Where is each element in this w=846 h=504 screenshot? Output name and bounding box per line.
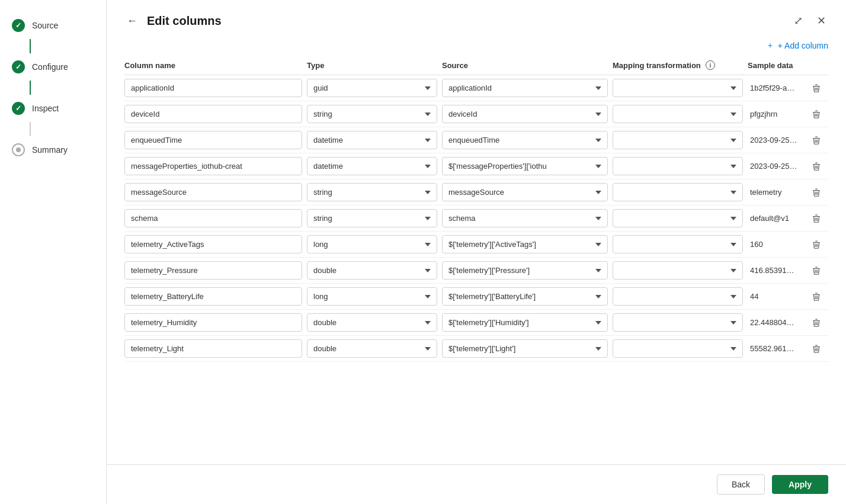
mapping-select[interactable] (613, 105, 743, 123)
sidebar-label-configure: Configure (32, 62, 68, 72)
column-name-input[interactable] (124, 261, 302, 280)
sample-data-cell: 1b2f5f29-a78b-4012-bf31-201... (748, 79, 800, 97)
apply-button[interactable]: Apply (772, 475, 828, 494)
type-select[interactable]: guidstringdatetimelongdoubleintbooleanfl… (307, 313, 437, 332)
sidebar-item-configure[interactable]: ✓ Configure (12, 53, 80, 81)
step-connector-2 (30, 81, 31, 95)
delete-row-button[interactable] (805, 316, 828, 330)
type-select[interactable]: guidstringdatetimelongdoubleintbooleanfl… (307, 157, 437, 175)
col-header-mapping: Mapping transformation i (613, 60, 743, 70)
sidebar-label-inspect: Inspect (32, 104, 59, 113)
expand-icon: ⤢ (794, 14, 803, 27)
column-name-input[interactable] (124, 209, 302, 227)
mapping-select[interactable] (613, 235, 743, 253)
source-select[interactable]: $['telemetry']['ActiveTags'] (442, 235, 608, 253)
table-row: guidstringdatetimelongdoubleintbooleanfl… (124, 310, 828, 336)
source-select[interactable]: enqueuedTime (442, 131, 608, 149)
source-select[interactable]: deviceId (442, 105, 608, 123)
source-select[interactable]: $['telemetry']['Light'] (442, 339, 608, 358)
source-select[interactable]: $['telemetry']['BatteryLife'] (442, 287, 608, 306)
delete-row-button[interactable] (805, 237, 828, 252)
main-panel: ← Edit columns ⤢ ✕ ＋ + Add column Column… (107, 0, 846, 504)
source-select[interactable]: messageSource (442, 183, 608, 201)
svg-rect-11 (815, 136, 818, 137)
type-select[interactable]: guidstringdatetimelongdoubleintbooleanfl… (307, 105, 437, 123)
step-connector-3 (30, 122, 31, 136)
delete-row-button[interactable] (805, 264, 828, 278)
svg-rect-46 (815, 319, 818, 319)
table-row: guidstringdatetimelongdoubleintbooleanfl… (124, 336, 828, 362)
column-name-input[interactable] (124, 79, 302, 97)
svg-rect-35 (813, 268, 820, 269)
table-header-row: Column name Type Source Mapping transfor… (124, 56, 828, 75)
table-row: guidstringdatetimelongdoubleintbooleanfl… (124, 206, 828, 232)
column-name-input[interactable] (124, 157, 302, 175)
step-indicator-inspect: ✓ (12, 102, 25, 115)
mapping-select[interactable] (613, 261, 743, 280)
page-header: ← Edit columns ⤢ ✕ (107, 0, 846, 36)
delete-row-button[interactable] (805, 211, 828, 226)
column-name-input[interactable] (124, 131, 302, 149)
source-select[interactable]: schema (442, 209, 608, 227)
column-name-input[interactable] (124, 287, 302, 306)
step-indicator-summary (12, 143, 25, 156)
source-select[interactable]: applicationId (442, 79, 608, 97)
source-select[interactable]: $['telemetry']['Pressure'] (442, 261, 608, 280)
back-navigation-button[interactable]: ← (124, 12, 140, 30)
delete-row-button[interactable] (805, 107, 828, 121)
close-button[interactable]: ✕ (815, 12, 828, 30)
column-name-input[interactable] (124, 339, 302, 358)
delete-row-button[interactable] (805, 185, 828, 200)
svg-rect-10 (813, 138, 820, 139)
column-name-input[interactable] (124, 313, 302, 332)
expand-button[interactable]: ⤢ (791, 12, 805, 30)
mapping-select[interactable] (613, 79, 743, 97)
svg-rect-50 (813, 346, 820, 347)
footer-back-button[interactable]: Back (717, 474, 765, 495)
type-select[interactable]: guidstringdatetimelongdoubleintbooleanfl… (307, 183, 437, 201)
mapping-select[interactable] (613, 339, 743, 358)
column-name-input[interactable] (124, 183, 302, 201)
header-actions: ⤢ ✕ (791, 12, 828, 30)
svg-rect-21 (815, 188, 818, 189)
step-indicator-source: ✓ (12, 19, 25, 32)
delete-row-button[interactable] (805, 133, 828, 147)
table-row: guidstringdatetimelongdoubleintbooleanfl… (124, 232, 828, 258)
mapping-select[interactable] (613, 183, 743, 201)
source-select[interactable]: $['telemetry']['Humidity'] (442, 313, 608, 332)
mapping-select[interactable] (613, 313, 743, 332)
add-column-button[interactable]: ＋ + Add column (766, 40, 828, 51)
mapping-select[interactable] (613, 209, 743, 227)
delete-row-button[interactable] (805, 159, 828, 174)
svg-rect-30 (813, 242, 820, 243)
close-icon: ✕ (817, 14, 826, 27)
source-select[interactable]: $['messageProperties']['iothu (442, 157, 608, 175)
mapping-select[interactable] (613, 287, 743, 306)
delete-row-button[interactable] (805, 81, 828, 95)
type-select[interactable]: guidstringdatetimelongdoubleintbooleanfl… (307, 261, 437, 280)
svg-rect-6 (815, 110, 818, 111)
sample-data-cell: 2023-09-25T08:11:09.09Z (748, 131, 800, 149)
delete-row-button[interactable] (805, 290, 828, 304)
sample-data-cell: 416.85391979528436 (748, 262, 800, 279)
sidebar-item-inspect[interactable]: ✓ Inspect (12, 95, 70, 122)
type-select[interactable]: guidstringdatetimelongdoubleintbooleanfl… (307, 339, 437, 358)
type-select[interactable]: guidstringdatetimelongdoubleintbooleanfl… (307, 235, 437, 253)
sample-data-cell: pfgzjhrn (748, 105, 800, 123)
column-name-input[interactable] (124, 235, 302, 253)
sidebar-item-source[interactable]: ✓ Source (12, 12, 70, 39)
delete-row-button[interactable] (805, 342, 828, 356)
sidebar-label-source: Source (32, 21, 58, 30)
column-name-input[interactable] (124, 105, 302, 123)
mapping-select[interactable] (613, 157, 743, 175)
mapping-select[interactable] (613, 131, 743, 149)
columns-table: Column name Type Source Mapping transfor… (107, 56, 846, 464)
type-select[interactable]: guidstringdatetimelongdoubleintbooleanfl… (307, 79, 437, 97)
mapping-info-icon: i (706, 60, 715, 70)
type-select[interactable]: guidstringdatetimelongdoubleintbooleanfl… (307, 209, 437, 227)
table-row: guidstringdatetimelongdoubleintbooleanfl… (124, 258, 828, 284)
svg-rect-0 (813, 86, 820, 86)
sidebar-item-summary[interactable]: Summary (12, 136, 79, 163)
type-select[interactable]: guidstringdatetimelongdoubleintbooleanfl… (307, 287, 437, 306)
type-select[interactable]: guidstringdatetimelongdoubleintbooleanfl… (307, 131, 437, 149)
